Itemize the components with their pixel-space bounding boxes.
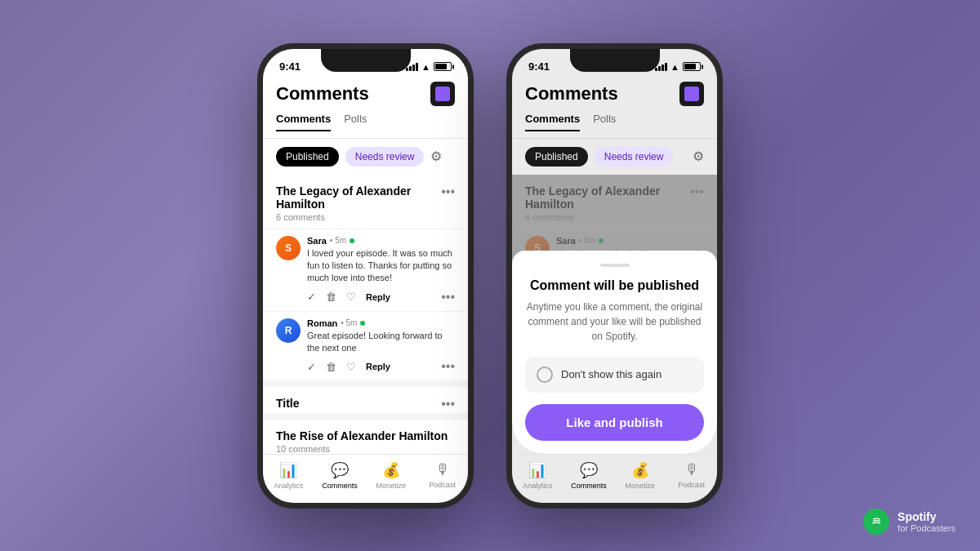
comment-body-roman-left: Roman • 5m Great episode! Looking forwar… — [307, 318, 455, 375]
nav-analytics-left[interactable]: 📊 Analytics — [263, 461, 314, 490]
avatar-sara-left: S — [276, 236, 301, 260]
nav-comments-left[interactable]: 💬 Comments — [314, 461, 366, 490]
analytics-icon-right: 📊 — [528, 461, 546, 479]
reply-btn-sara-left[interactable]: Reply — [366, 292, 390, 302]
filter-needs-review-left[interactable]: Needs review — [345, 147, 425, 167]
trash-icon-sara-left[interactable]: 🗑 — [326, 291, 336, 303]
filter-published-right[interactable]: Published — [525, 147, 588, 167]
filter-row-left: Published Needs review ⚙ — [263, 139, 468, 175]
comments-icon: 💬 — [331, 461, 349, 479]
check-icon-sara-left[interactable]: ✓ — [307, 291, 316, 303]
nav-analytics-right[interactable]: 📊 Analytics — [512, 461, 564, 490]
time-roman-left: • 5m — [341, 318, 357, 327]
tab-row-left: Comments Polls — [263, 113, 468, 139]
time-sara-left: • 5m — [330, 236, 346, 245]
svg-point-0 — [870, 515, 884, 529]
modal-handle — [600, 264, 630, 267]
analytics-icon: 📊 — [279, 461, 297, 479]
filter-published-left[interactable]: Published — [276, 147, 339, 167]
actions-roman-left: ✓ 🗑 ♡ Reply ••• — [307, 359, 455, 374]
nav-monetize-label-right: Monetize — [626, 482, 656, 490]
content-area-right: The Legacy of Alexander Hamilton ••• 6 c… — [512, 175, 717, 454]
signal-icon — [406, 63, 418, 71]
episode-title-1-left: The Legacy of Alexander Hamilton — [276, 184, 441, 211]
episode-title-2-left: Title — [276, 397, 300, 410]
brand-text: Spotify for Podcasters — [898, 510, 956, 533]
left-phone: 9:41 ▲ Comments — [257, 43, 474, 509]
status-bar-left: 9:41 ▲ — [263, 49, 468, 78]
filter-needs-review-right[interactable]: Needs review — [595, 147, 674, 167]
nav-analytics-label-left: Analytics — [274, 482, 303, 490]
episode-section-2-left: Title ••• — [263, 387, 468, 413]
modal-description: Anytime you like a comment, the original… — [525, 300, 704, 344]
app-header-right: Comments — [512, 78, 717, 113]
heart-icon-roman-left[interactable]: ♡ — [346, 361, 356, 373]
more-icon-ep1-left[interactable]: ••• — [441, 184, 455, 199]
page-title-right: Comments — [525, 83, 618, 104]
author-sara-left: Sara — [307, 236, 327, 246]
tab-polls-right[interactable]: Polls — [593, 113, 616, 131]
tab-comments-left[interactable]: Comments — [276, 113, 331, 131]
battery-icon — [434, 62, 452, 71]
trash-icon-roman-left[interactable]: 🗑 — [326, 361, 336, 373]
modal-sheet: Comment will be published Anytime you li… — [512, 251, 717, 454]
heart-icon-sara-left[interactable]: ♡ — [346, 291, 356, 303]
podcast-icon-nav: 🎙 — [435, 461, 450, 478]
nav-podcast-left[interactable]: 🎙 Podcast — [416, 461, 468, 490]
signal-icon-right — [655, 63, 667, 71]
tab-row-right: Comments Polls — [512, 113, 717, 139]
podcast-icon-left — [435, 87, 450, 101]
bottom-nav-left: 📊 Analytics 💬 Comments 💰 Monetize 🎙 Podc… — [263, 454, 468, 503]
podcast-icon-btn-right[interactable] — [679, 82, 704, 106]
wifi-icon: ▲ — [421, 62, 430, 72]
like-and-publish-button[interactable]: Like and publish — [525, 404, 704, 441]
episode-count-3-left: 10 comments — [263, 444, 468, 453]
nav-comments-label-right: Comments — [571, 482, 607, 490]
episode-header-2-left: Title ••• — [263, 387, 468, 413]
podcast-icon-right — [684, 87, 699, 101]
filter-settings-icon-left[interactable]: ⚙ — [430, 149, 455, 164]
app-header-left: Comments — [263, 78, 468, 113]
spotify-brand-sub: for Podcasters — [898, 523, 956, 533]
battery-icon-right — [683, 62, 701, 71]
spotify-brand-name: Spotify — [898, 510, 956, 523]
comment-roman-left: R Roman • 5m Great episode! Looking forw… — [263, 311, 468, 381]
more-icon-sara-left[interactable]: ••• — [441, 290, 455, 304]
podcast-icon-btn-left[interactable] — [430, 82, 455, 106]
time-right: 9:41 — [528, 60, 550, 73]
comments-icon-right: 💬 — [580, 461, 598, 479]
episode-section-1-left: The Legacy of Alexander Hamilton ••• 6 c… — [263, 175, 468, 381]
author-roman-left: Roman — [307, 318, 337, 328]
spotify-logo-icon — [863, 509, 889, 535]
monetize-icon-right: 💰 — [631, 461, 649, 479]
tab-polls-left[interactable]: Polls — [344, 113, 367, 131]
nav-analytics-label-right: Analytics — [523, 482, 552, 490]
nav-monetize-label-left: Monetize — [376, 482, 407, 490]
check-icon-roman-left[interactable]: ✓ — [307, 361, 316, 373]
more-icon-ep2-left[interactable]: ••• — [441, 397, 455, 411]
modal-title: Comment will be published — [525, 278, 704, 293]
status-icons-right: ▲ — [655, 62, 701, 72]
nav-podcast-label-right: Podcast — [678, 481, 705, 489]
tab-comments-right[interactable]: Comments — [525, 113, 580, 131]
scroll-content-left: The Legacy of Alexander Hamilton ••• 6 c… — [263, 175, 468, 454]
dot-sara-left — [350, 238, 354, 243]
episode-count-1-left: 6 comments — [263, 212, 468, 229]
nav-podcast-label-left: Podcast — [429, 481, 456, 489]
nav-monetize-right[interactable]: 💰 Monetize — [615, 461, 666, 490]
nav-podcast-right[interactable]: 🎙 Podcast — [666, 461, 717, 490]
modal-overlay: Comment will be published Anytime you li… — [512, 175, 717, 454]
nav-monetize-left[interactable]: 💰 Monetize — [366, 461, 417, 490]
episode-header-1-left: The Legacy of Alexander Hamilton ••• — [263, 175, 468, 212]
filter-settings-icon-right[interactable]: ⚙ — [693, 149, 704, 164]
dont-show-checkbox-row[interactable]: Don't show this again — [525, 357, 704, 393]
time-left: 9:41 — [279, 60, 301, 73]
more-icon-roman-left[interactable]: ••• — [441, 359, 455, 374]
checkbox-circle[interactable] — [537, 367, 553, 383]
nav-comments-right[interactable]: 💬 Comments — [564, 461, 615, 490]
podcast-icon-nav-right: 🎙 — [684, 461, 699, 478]
page-title-left: Comments — [276, 83, 369, 104]
wifi-icon-right: ▲ — [670, 62, 679, 72]
reply-btn-roman-left[interactable]: Reply — [366, 362, 390, 371]
status-bar-right: 9:41 ▲ — [512, 49, 717, 78]
